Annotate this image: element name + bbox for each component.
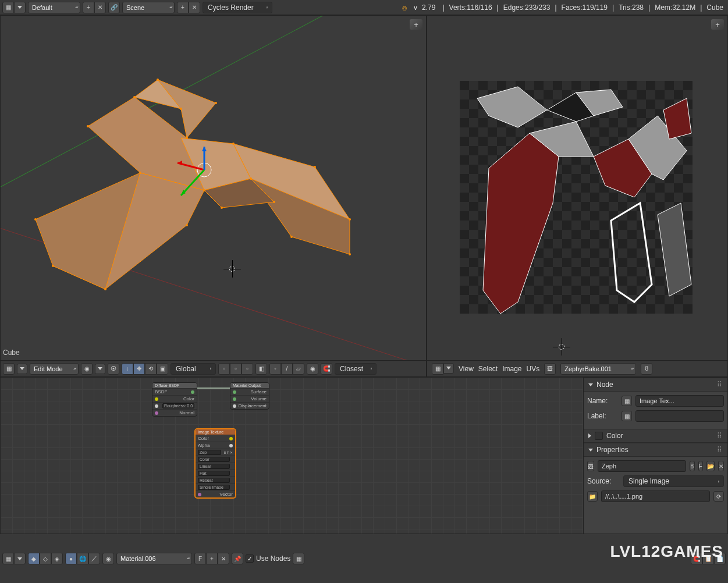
editor-type-icon[interactable]: ▦ [2,2,14,13]
shading-mode-icon[interactable]: ◉ [81,363,93,375]
fake-user-button[interactable]: F [194,553,206,564]
region-split-handle[interactable]: + [711,19,724,30]
bird-mesh [1,16,427,361]
open-image-button[interactable]: 📂 [706,461,715,471]
uv-menu-uvs[interactable]: UVs [527,365,540,373]
filepath-icon[interactable]: 📁 [587,491,598,502]
panel-header-node[interactable]: Node⠿ [584,378,727,392]
node-ext-select[interactable] [198,478,230,483]
source-select[interactable]: Single Image [623,475,724,487]
svg-point-23 [104,288,106,290]
face-sel-icon[interactable]: ▱ [293,363,304,375]
panel-header-properties[interactable]: Properties⠿ [584,443,727,457]
uv-image-editor[interactable]: + ▦ View Select Image UVs 🖼 ZephyrBake.0… [427,15,728,377]
limit-sel-icon[interactable]: ◧ [255,363,267,375]
scene-add-button[interactable]: + [177,2,189,13]
shader-tree-icon[interactable]: ◆ [28,553,40,564]
image-browse-icon[interactable]: 🖼 [544,363,556,375]
node-proj-select[interactable] [198,471,230,476]
svg-point-15 [250,177,252,180]
menus-collapse-icon[interactable] [17,364,27,374]
texture-tree-icon[interactable]: ◈ [51,553,63,564]
use-nodes-checkbox[interactable] [246,554,254,563]
svg-point-20 [180,108,182,110]
orientation-select[interactable]: Global [171,363,216,375]
editor-type-icon[interactable]: ▦ [3,363,15,375]
node-diffuse-bsdf[interactable]: Diffuse BSDF BSDF Color Normal [152,382,197,417]
manipulator-toggle-icon[interactable]: ↕ [122,363,133,375]
menus-collapse-icon[interactable] [14,2,26,13]
node-name-input[interactable] [635,395,724,407]
line-shader-icon[interactable]: ／ [88,553,100,564]
material-unlink-button[interactable]: ✕ [218,553,229,564]
info-header: ▦ Default +✕ 🔗 Scene +✕ Cycles Render ⌾ … [0,0,728,15]
uv-editor-header: ▦ View Select Image UVs 🖼 ZephyrBake.001… [427,360,727,376]
layer-2[interactable]: ▫ [230,363,242,375]
node-src-select[interactable] [198,485,230,490]
manipulator-translate-icon[interactable]: ✥ [133,363,145,375]
svg-point-26 [349,253,351,255]
mode-select[interactable]: Edit Mode [30,363,79,375]
reload-icon[interactable]: ⟳ [713,491,724,502]
compositor-tree-icon[interactable]: ◇ [40,553,51,564]
edge-sel-icon[interactable]: / [281,363,293,375]
roughness-input[interactable] [162,403,194,408]
uv-menu-view[interactable]: View [459,365,474,373]
pivot-icon[interactable]: ⦿ [108,363,119,375]
snap-toggle-icon[interactable]: 🧲 [321,363,332,375]
shading-collapse-icon[interactable] [95,364,105,374]
layer-1[interactable]: ▫ [218,363,230,375]
filepath-input[interactable] [601,490,710,502]
node-type-icon: ▦ [622,396,632,406]
layer-3[interactable]: ▫ [242,363,253,375]
uv-menu-select[interactable]: Select [478,365,498,373]
scene-browse-icon[interactable]: 🔗 [108,2,120,13]
material-add-button[interactable]: + [206,553,218,564]
manipulator-rotate-icon[interactable]: ⟲ [145,363,157,375]
snap-element-select[interactable]: Closest [335,363,377,375]
node-editor[interactable]: Diffuse BSDF BSDF Color Normal Material … [0,377,728,534]
render-engine-select[interactable]: Cycles Render [203,2,272,13]
menus-collapse-icon[interactable] [14,553,26,564]
node-type-icon: ▦ [622,411,632,421]
image-name-input[interactable] [598,460,686,472]
svg-point-22 [186,224,188,226]
layout-add-button[interactable]: + [83,2,94,13]
material-select[interactable]: Material.006 [116,553,192,564]
material-browse-icon[interactable]: ◉ [102,553,114,564]
image-users[interactable]: 8 [690,461,695,471]
editor-type-icon[interactable]: ▦ [432,363,443,375]
world-shader-icon[interactable]: 🌐 [77,553,88,564]
menus-collapse-icon[interactable] [443,363,454,374]
unlink-image-button[interactable]: ✕ [718,461,724,471]
object-shader-icon[interactable]: ● [65,553,77,564]
fake-user-button[interactable]: F [698,461,704,471]
backdrop-icon[interactable]: ▦ [293,553,304,564]
watermark-text: LVL12GAMES [610,542,723,561]
node-interp-select[interactable] [198,464,230,469]
screen-layout-select[interactable]: Default [28,2,80,13]
prop-edit-icon[interactable]: ◉ [307,363,318,375]
region-split-handle[interactable]: + [410,19,422,30]
node-cs-select[interactable] [198,457,230,462]
3d-viewport[interactable]: Cube + ▦ Edit Mode ◉ ⦿ ↕ ✥ ⟲ ▣ Global ▫ … [0,15,427,377]
panel-header-color[interactable]: Color⠿ [584,429,727,443]
node-image-texture[interactable]: Image Texture Color Alpha 8 F ✕ Vector [195,429,236,498]
scene-select[interactable]: Scene [122,2,175,13]
image-users[interactable]: 8 [641,363,652,375]
vert-sel-icon[interactable]: ◦ [269,363,281,375]
image-browse-icon[interactable]: 🖼 [587,461,594,471]
node-title: Image Texture [196,429,235,435]
pin-icon[interactable]: 📌 [232,553,243,564]
manipulator-scale-icon[interactable]: ▣ [157,363,168,375]
node-image-input[interactable] [198,450,221,455]
uv-menu-image[interactable]: Image [502,365,521,373]
editor-type-icon[interactable]: ▦ [2,553,14,564]
node-material-output[interactable]: Material Output Surface Volume Displacem… [230,382,269,410]
node-label-input[interactable] [635,410,724,422]
image-select[interactable]: ZephyrBake.001 [560,363,636,375]
use-nodes-label: Use Nodes [256,554,290,563]
scene-delete-button[interactable]: ✕ [189,2,200,13]
color-toggle[interactable] [595,432,603,440]
layout-delete-button[interactable]: ✕ [94,2,106,13]
